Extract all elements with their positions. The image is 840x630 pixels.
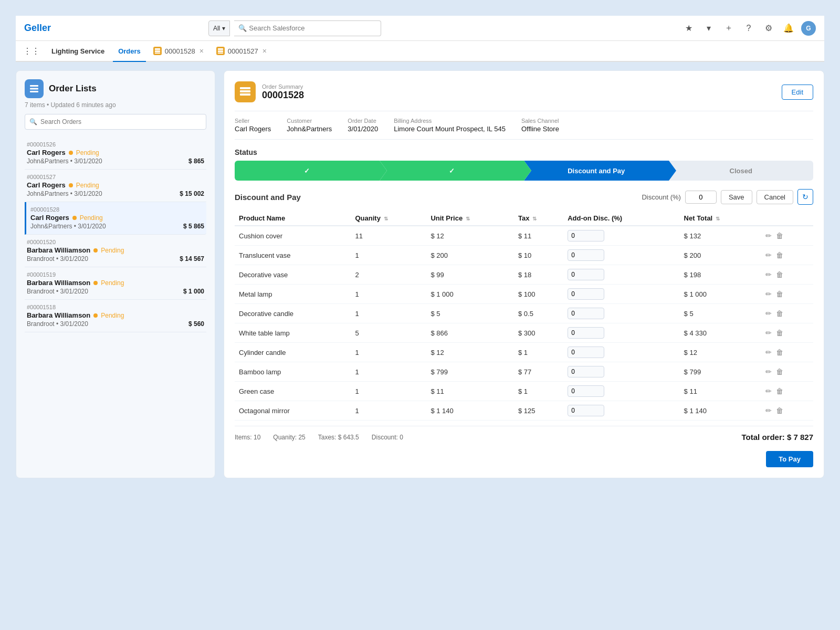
tab-00001527[interactable]: 00001527 ×	[211, 41, 272, 62]
refresh-button[interactable]: ↻	[797, 189, 813, 205]
order-amount: $ 865	[188, 158, 204, 165]
search-orders-wrap: 🔍	[25, 114, 206, 130]
edit-row-icon[interactable]: ✏	[765, 251, 772, 259]
delete-row-icon[interactable]: 🗑	[776, 406, 783, 415]
addon-disc-input[interactable]	[568, 288, 604, 300]
status-badge: Pending	[101, 312, 124, 319]
tab-00001528[interactable]: 00001528 ×	[148, 41, 209, 62]
search-input[interactable]	[249, 24, 375, 32]
order-table: Product Name Quanity ⇅ Unit Price ⇅ Tax …	[235, 211, 813, 421]
svg-rect-3	[218, 48, 223, 50]
addon-disc-input[interactable]	[568, 385, 604, 397]
sales-channel-value: Offline Store	[521, 125, 559, 133]
apps-grid-icon[interactable]: ⋮⋮	[24, 44, 39, 58]
order-item-00001527[interactable]: #00001527 Carl Rogers Pending John&Partn…	[25, 170, 206, 202]
addon-disc-input[interactable]	[568, 366, 604, 377]
cell-net-total: $ 1 140	[680, 401, 761, 421]
addon-disc-input[interactable]	[568, 308, 604, 319]
cell-quantity: 1	[351, 304, 427, 323]
status-step-step3[interactable]: Discount and Pay	[524, 161, 669, 181]
order-name: Carl Rogers Pending	[27, 181, 99, 189]
total-order: Total order: $ 7 827	[742, 433, 813, 442]
addon-disc-input[interactable]	[568, 346, 604, 358]
tab-orders[interactable]: Orders	[113, 41, 146, 62]
addon-disc-input[interactable]	[568, 269, 604, 280]
favorites-chevron-icon[interactable]: ▾	[701, 21, 716, 36]
addon-disc-input[interactable]	[568, 327, 604, 339]
cell-net-total: $ 1 000	[680, 285, 761, 304]
delete-row-icon[interactable]: 🗑	[776, 251, 783, 259]
status-dot	[69, 151, 73, 155]
favorites-icon[interactable]: ★	[681, 21, 696, 36]
status-step-step4[interactable]: Closed	[669, 161, 814, 181]
status-dot	[93, 313, 98, 318]
col-unit-price: Unit Price ⇅	[426, 211, 514, 226]
delete-row-icon[interactable]: 🗑	[776, 232, 783, 240]
cancel-button[interactable]: Cancel	[757, 190, 793, 204]
cell-addon-disc	[563, 343, 679, 362]
search-scope-select[interactable]: All ▾	[208, 20, 230, 36]
delete-row-icon[interactable]: 🗑	[776, 270, 783, 279]
order-footer: Items: 10 Quanity: 25 Taxes: $ 643.5 Dis…	[235, 426, 813, 442]
cell-tax: $ 125	[514, 401, 563, 421]
cell-actions: ✏ 🗑	[761, 382, 813, 401]
cell-unit-price: $ 12	[426, 226, 514, 246]
status-step-step1[interactable]: ✓	[235, 161, 380, 181]
addon-disc-input[interactable]	[568, 230, 604, 242]
table-row: Octagonal mirror 1 $ 1 140 $ 125 $ 1 140…	[235, 401, 813, 421]
edit-row-icon[interactable]: ✏	[765, 309, 772, 318]
order-item-00001518[interactable]: #00001518 Barbara Williamson Pending Bra…	[25, 300, 206, 332]
add-icon[interactable]: ＋	[721, 21, 736, 36]
edit-row-icon[interactable]: ✏	[765, 406, 772, 415]
order-item-00001528[interactable]: #00001528 Carl Rogers Pending John&Partn…	[25, 202, 206, 235]
edit-row-icon[interactable]: ✏	[765, 232, 772, 240]
edit-row-icon[interactable]: ✏	[765, 290, 772, 298]
tab-00001527-close-icon[interactable]: ×	[262, 47, 267, 55]
order-amount: $ 1 000	[183, 288, 204, 295]
status-step-step2[interactable]: ✓	[380, 161, 524, 181]
edit-row-icon[interactable]: ✏	[765, 387, 772, 395]
sidebar-item-lighting-service[interactable]: Lighting Service	[45, 40, 111, 61]
edit-row-icon[interactable]: ✏	[765, 368, 772, 376]
cell-tax: $ 1	[514, 382, 563, 401]
settings-icon[interactable]: ⚙	[761, 21, 776, 36]
cell-tax: $ 18	[514, 265, 563, 285]
table-row: Decorative vase 2 $ 99 $ 18 $ 198 ✏ 🗑	[235, 265, 813, 285]
to-pay-button[interactable]: To Pay	[766, 451, 813, 467]
search-orders-input[interactable]	[40, 118, 202, 125]
delete-row-icon[interactable]: 🗑	[776, 290, 783, 298]
order-item-00001526[interactable]: #00001526 Carl Rogers Pending John&Partn…	[25, 137, 206, 170]
save-button[interactable]: Save	[721, 190, 752, 204]
cell-quantity: 1	[351, 382, 427, 401]
order-item-00001519[interactable]: #00001519 Barbara Williamson Pending Bra…	[25, 267, 206, 300]
notification-icon[interactable]: 🔔	[781, 21, 796, 36]
delete-row-icon[interactable]: 🗑	[776, 368, 783, 376]
customer-value: John&Partners	[287, 125, 332, 133]
discount-input[interactable]	[685, 191, 717, 204]
delete-row-icon[interactable]: 🗑	[776, 329, 783, 337]
edit-row-icon[interactable]: ✏	[765, 329, 772, 337]
edit-row-icon[interactable]: ✏	[765, 348, 772, 356]
edit-button[interactable]: Edit	[782, 85, 813, 100]
tab-00001528-close-icon[interactable]: ×	[200, 47, 204, 55]
delete-row-icon[interactable]: 🗑	[776, 348, 783, 356]
order-summary-label: Order Summary	[262, 83, 304, 90]
order-item-00001520[interactable]: #00001520 Barbara Williamson Pending Bra…	[25, 235, 206, 267]
addon-disc-input[interactable]	[568, 249, 604, 261]
delete-row-icon[interactable]: 🗑	[776, 387, 783, 395]
help-icon[interactable]: ?	[741, 21, 756, 36]
order-summary-icon	[235, 81, 256, 102]
cell-net-total: $ 4 330	[680, 323, 761, 343]
order-name: Barbara Williamson Pending	[27, 279, 124, 287]
addon-disc-input[interactable]	[568, 405, 604, 416]
order-amount: $ 15 002	[180, 190, 204, 197]
to-pay-wrap: To Pay	[235, 446, 813, 467]
table-header-row: Product Name Quanity ⇅ Unit Price ⇅ Tax …	[235, 211, 813, 226]
edit-row-icon[interactable]: ✏	[765, 270, 772, 279]
avatar[interactable]: G	[801, 21, 816, 36]
delete-row-icon[interactable]: 🗑	[776, 309, 783, 318]
cell-addon-disc	[563, 382, 679, 401]
status-bar: ✓✓Discount and PayClosed	[235, 161, 813, 181]
customer-info: Customer John&Partners	[287, 118, 332, 133]
table-row: Cushion cover 11 $ 12 $ 11 $ 132 ✏ 🗑	[235, 226, 813, 246]
